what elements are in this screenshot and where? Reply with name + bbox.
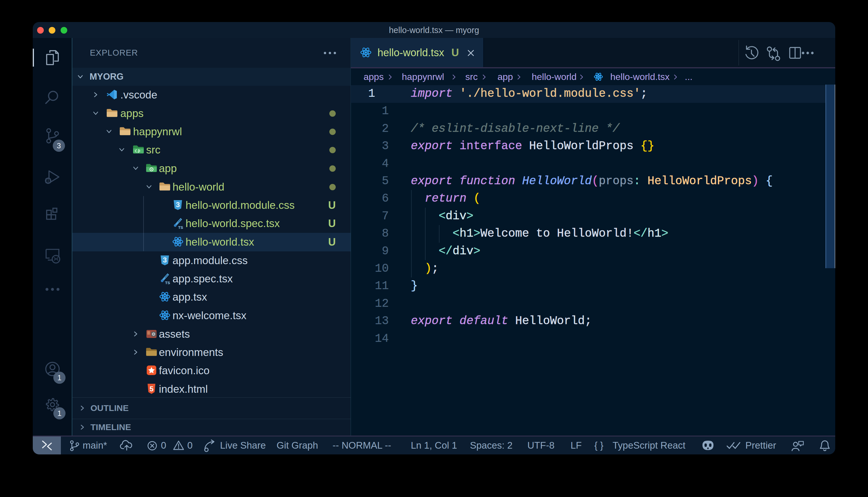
- svg-text:5: 5: [150, 385, 154, 393]
- svg-text:3: 3: [176, 201, 180, 209]
- svg-text:TS: TS: [165, 281, 170, 284]
- svg-text:TS: TS: [178, 225, 183, 229]
- svg-text:3: 3: [163, 256, 167, 264]
